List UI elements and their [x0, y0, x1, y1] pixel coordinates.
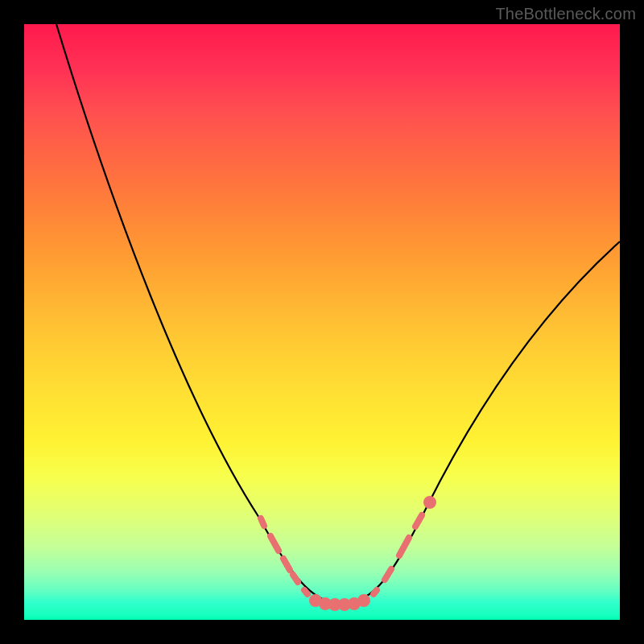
svg-line-1 [270, 536, 279, 551]
svg-point-10 [361, 597, 367, 604]
svg-line-4 [304, 590, 308, 594]
svg-point-8 [341, 601, 348, 608]
svg-point-15 [427, 499, 433, 506]
watermark-text: TheBottleneck.com [495, 5, 636, 23]
svg-line-11 [374, 590, 377, 594]
chart-plot-area [24, 24, 620, 620]
svg-line-13 [399, 538, 409, 555]
svg-point-6 [322, 601, 328, 607]
optimal-range-markers [261, 499, 433, 608]
svg-point-5 [312, 597, 319, 604]
svg-point-7 [332, 601, 338, 608]
svg-line-0 [261, 518, 264, 526]
svg-line-3 [293, 575, 298, 582]
svg-line-2 [283, 559, 290, 570]
svg-line-14 [415, 515, 422, 526]
svg-point-9 [351, 601, 357, 607]
svg-line-12 [385, 569, 391, 580]
chart-svg [24, 24, 620, 620]
bottleneck-curve [56, 24, 620, 604]
